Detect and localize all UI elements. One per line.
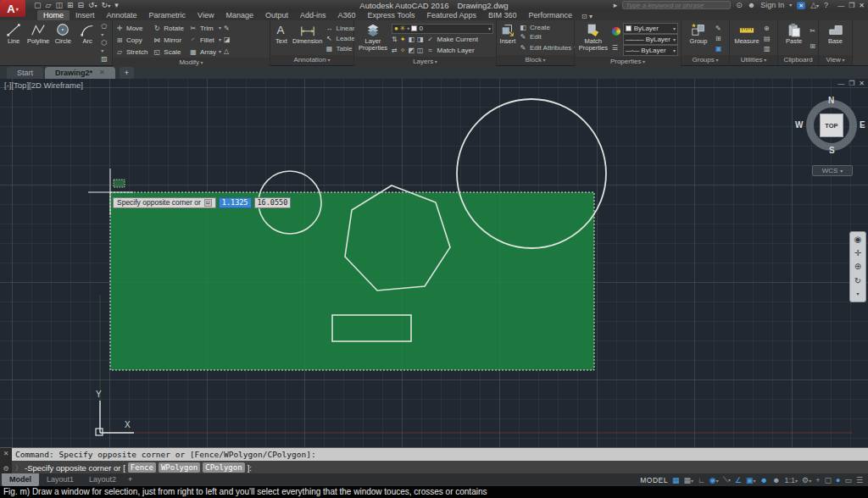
search-expand-icon[interactable]: ▸ xyxy=(614,1,618,9)
tab-parametric[interactable]: Parametric xyxy=(143,10,192,20)
copy-tool[interactable]: ⊞Copy xyxy=(115,34,147,46)
compass-south[interactable]: S xyxy=(829,146,835,155)
close-tab-icon[interactable]: ✕ xyxy=(99,68,105,78)
recent-commands-icon[interactable]: 〉 xyxy=(15,463,22,473)
copy-clip-icon[interactable]: ⊞ xyxy=(810,42,815,50)
dynamic-input-x-field[interactable]: 1.1325 xyxy=(219,197,252,208)
tab-output[interactable]: Output xyxy=(259,10,294,20)
rotate-tool[interactable]: ↻Rotate xyxy=(153,22,184,34)
make-current-tool[interactable]: ✓Make Current xyxy=(426,34,478,45)
list-icon[interactable]: ☰ xyxy=(612,44,620,52)
insert-block-tool[interactable]: Insert xyxy=(499,22,516,55)
panel-title-utilities[interactable]: Utilities xyxy=(730,55,777,65)
paste-tool[interactable]: Paste xyxy=(781,22,807,55)
linetype-dropdown[interactable]: —·— ByLayer ▾ xyxy=(623,45,678,56)
view-cube-top-face[interactable]: TOP xyxy=(820,113,843,137)
annotation-monitor-icon[interactable]: + xyxy=(815,476,820,484)
close-button[interactable]: ✕ xyxy=(859,2,865,9)
block-create-tool[interactable]: ◧Create xyxy=(519,24,576,31)
compass-east[interactable]: E xyxy=(860,120,865,130)
group-selection-icon[interactable]: ▣ xyxy=(715,45,722,53)
autoscale-icon[interactable]: ☻ xyxy=(772,476,780,484)
layout2-tab[interactable]: Layout2 xyxy=(81,473,124,486)
isolate-objects-icon[interactable]: ● xyxy=(836,476,840,484)
save-as-icon[interactable]: ⊞ xyxy=(67,1,74,9)
panel-title-block[interactable]: Block xyxy=(497,55,574,65)
arc-tool[interactable]: Arc xyxy=(76,22,98,72)
layer-thaw-sun-icon[interactable]: ✳ xyxy=(400,25,406,32)
leader-tool[interactable]: ↖Leader xyxy=(325,35,357,42)
ortho-mode-icon[interactable]: ∟ xyxy=(698,476,705,484)
polar-tracking-icon[interactable]: ◉▾ xyxy=(709,476,719,484)
match-layer-tool[interactable]: ≈Match Layer xyxy=(426,45,475,56)
layer-walk-icon[interactable]: ✧ xyxy=(400,47,406,54)
object-snap-icon[interactable]: ▣▾ xyxy=(746,476,756,484)
tab-performance[interactable]: Performance xyxy=(522,10,578,20)
block-edit-attributes-tool[interactable]: ✎Edit Attributes▾ xyxy=(519,42,576,53)
layer-isolate-icon[interactable]: ✦ xyxy=(400,36,406,43)
erase-tool-icon[interactable]: ✎ xyxy=(224,25,231,32)
undo-icon[interactable]: ↺▾ xyxy=(88,1,97,10)
minimize-button[interactable]: — xyxy=(837,2,844,9)
layer-lock-tool-icon[interactable]: ◨ xyxy=(417,36,424,43)
annotation-scale-control[interactable]: 1:1▾ xyxy=(785,476,798,484)
tab-annotate[interactable]: Annotate xyxy=(101,10,143,20)
id-point-icon[interactable]: ▤ xyxy=(764,35,771,42)
tab-home[interactable]: Home xyxy=(37,10,70,20)
snap-mode-icon[interactable]: ▦▾ xyxy=(683,476,693,484)
exchange-apps-icon[interactable]: ✕ xyxy=(797,2,805,9)
command-close-icon[interactable]: ✕ xyxy=(3,450,9,457)
quick-select-icon[interactable]: ⊕ xyxy=(764,25,771,32)
sign-in-dropdown-icon[interactable]: ▾ xyxy=(789,1,792,9)
orbit-icon[interactable]: ↻ xyxy=(854,276,861,285)
workspace-gear-icon[interactable]: ⚙▾ xyxy=(802,476,811,484)
measure-tool[interactable]: Measure xyxy=(732,22,761,55)
ellipse-tool-icon[interactable]: ⬡ ▾ xyxy=(101,39,109,55)
grid-display-icon[interactable]: ▦ xyxy=(672,476,680,484)
option-wpolygon[interactable]: WPolygon xyxy=(159,462,200,473)
option-cpolygon[interactable]: CPolygon xyxy=(203,462,244,473)
compass-north[interactable]: N xyxy=(828,96,834,105)
layer-off-icon[interactable]: ⇅ xyxy=(392,36,398,43)
group-tool[interactable]: Group xyxy=(684,22,713,55)
cut-icon[interactable]: ✂ xyxy=(810,27,815,35)
group-edit-icon[interactable]: ⊞ xyxy=(715,35,722,42)
compass-west[interactable]: W xyxy=(795,120,803,130)
panel-title-view[interactable]: View xyxy=(819,55,852,65)
model-tab[interactable]: Model xyxy=(2,473,39,486)
viewport-minimize-icon[interactable]: — xyxy=(837,80,844,87)
new-drawing-tab-button[interactable]: + xyxy=(120,67,134,79)
array-tool[interactable]: ▦Array▾ xyxy=(189,46,221,58)
navbar-more-icon[interactable]: ▾ xyxy=(856,290,859,299)
command-customize-icon[interactable]: ⚙ xyxy=(3,465,8,473)
tab-a360[interactable]: A360 xyxy=(332,10,362,20)
match-properties-tool[interactable]: Match Properties xyxy=(577,22,609,57)
file-tab-drawing2[interactable]: Drawing2* ✕ xyxy=(45,67,115,79)
search-icon[interactable]: ⊙ xyxy=(736,1,743,9)
customization-menu-icon[interactable]: ☰ xyxy=(856,476,863,484)
dynamic-input-options-icon[interactable]: ⊡ xyxy=(204,199,212,207)
save-icon[interactable]: ◫ xyxy=(55,1,63,9)
object-snap-tracking-icon[interactable]: ∠ xyxy=(735,476,742,484)
plot-icon[interactable]: ⊟ xyxy=(78,1,85,9)
open-file-icon[interactable]: ▱ xyxy=(46,1,52,9)
viewport-controls[interactable]: [-][Top][2D Wireframe] xyxy=(4,80,83,90)
tab-insert[interactable]: Insert xyxy=(70,10,101,20)
layer-lock-icon[interactable]: ▪ xyxy=(408,25,410,32)
ungroup-icon[interactable]: ✎ xyxy=(715,25,722,32)
table-tool[interactable]: ▦Table xyxy=(325,45,357,53)
model-space-indicator[interactable]: MODEL xyxy=(640,476,668,484)
move-tool[interactable]: ✛Move xyxy=(115,22,147,34)
application-menu-button[interactable]: A▾ xyxy=(0,0,25,17)
wcs-dropdown[interactable]: WCS▾ xyxy=(812,165,853,176)
steering-wheel-icon[interactable]: ◉ xyxy=(854,235,862,244)
graphics-performance-icon[interactable]: ▭ xyxy=(844,476,852,484)
tab-featured-apps[interactable]: Featured Apps xyxy=(420,10,482,20)
layer-freeze-icon[interactable]: ◧ xyxy=(408,36,415,43)
layer-on-bulb-icon[interactable]: ● xyxy=(394,25,398,32)
circle-tool[interactable]: Circle xyxy=(52,22,74,72)
isometric-drafting-icon[interactable]: ⟍▾ xyxy=(723,475,731,484)
ribbon-minimize-icon[interactable]: ⊡ ▾ xyxy=(581,13,593,20)
object-color-dropdown[interactable]: ByLayer ▾ xyxy=(623,23,678,34)
linear-tool[interactable]: ↔Linear xyxy=(325,25,357,32)
